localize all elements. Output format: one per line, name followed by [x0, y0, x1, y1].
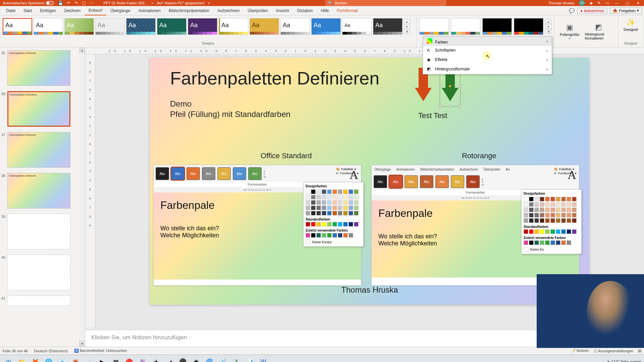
search-box[interactable]: 🔍 Suchen: [325, 0, 446, 6]
display-settings[interactable]: 🖵 Anzeigeeinstellungen: [594, 349, 633, 353]
app-icon-2[interactable]: ▦: [110, 356, 121, 362]
design-theme-4[interactable]: Aa: [95, 18, 125, 35]
variants-gallery-scroll[interactable]: ▴▾⊟: [545, 18, 551, 35]
vlc-icon[interactable]: ▶: [97, 356, 108, 362]
redo-icon[interactable]: ↷: [74, 1, 78, 5]
design-theme-12[interactable]: Aa: [342, 18, 372, 35]
aufzeichnen-button[interactable]: ●Aufzeichnen: [577, 8, 607, 14]
design-theme-5[interactable]: Aa: [126, 18, 156, 35]
designs-gallery-scroll[interactable]: ▴▾⊟: [404, 18, 410, 35]
avatar[interactable]: TH: [579, 0, 585, 6]
sub-screenshot-rotorange: Übergänge Animationen Bildschirmpräsenta…: [371, 165, 579, 286]
filename: PPT 01 Roter Faden 002...: [104, 1, 148, 5]
design-theme-2[interactable]: Aa: [34, 18, 63, 35]
variant-3[interactable]: [482, 18, 512, 35]
app-icon-7[interactable]: 📊: [244, 356, 256, 362]
powerpoint-icon[interactable]: ▣: [70, 356, 81, 362]
present-icon[interactable]: ▢: [82, 1, 86, 5]
thumb-scrollbar[interactable]: ▴ ▾: [79, 48, 85, 347]
obs-icon[interactable]: ⚫: [177, 356, 189, 362]
slide-thumb-37[interactable]: Farbenpaletten Definieren: [7, 132, 70, 168]
tab-animationen[interactable]: Animationen: [134, 6, 165, 15]
tab-dictation[interactable]: Dictation: [293, 6, 317, 15]
design-theme-11[interactable]: Aa: [311, 18, 341, 35]
slide-canvas[interactable]: Farbenpaletten Definieren Demo Pfeil (Fü…: [150, 58, 589, 305]
design-theme-7[interactable]: Aa: [188, 18, 217, 35]
designer-button[interactable]: ✨Designer: [621, 17, 641, 33]
app-icon-4[interactable]: ◢: [164, 356, 175, 362]
close-button[interactable]: ✕: [635, 1, 641, 5]
language[interactable]: Deutsch (Österreich): [34, 349, 68, 353]
maximize-button[interactable]: ▢: [625, 1, 631, 5]
tab-entwurf[interactable]: Entwurf: [85, 6, 106, 15]
pen-icon[interactable]: ✎: [597, 1, 601, 5]
app-icon-3[interactable]: 🔴: [123, 356, 135, 362]
accessibility[interactable]: ♿ Barrierefreiheit: Untersuchen: [74, 349, 127, 353]
weather[interactable]: ☀ 11°C Teilw. sonnig: [607, 360, 641, 362]
tab-uebergaenge[interactable]: Übergänge: [106, 6, 134, 15]
tab-bildschirm[interactable]: Bildschirmpräsentation: [165, 6, 213, 15]
tab-datei[interactable]: Datei: [2, 6, 19, 15]
slide-thumb-38[interactable]: Farbenpaletten Definieren: [7, 173, 70, 208]
diamond-icon[interactable]: ◈: [590, 1, 593, 5]
design-theme-8[interactable]: Aa: [219, 18, 248, 35]
tab-ansicht[interactable]: Ansicht: [272, 6, 293, 15]
variant-1[interactable]: [419, 18, 449, 35]
design-theme-3[interactable]: Aa: [64, 18, 94, 35]
word-icon[interactable]: W: [258, 356, 269, 362]
tab-aufzeichnen[interactable]: Aufzeichnen: [213, 6, 244, 15]
notes-toggle[interactable]: 📝 Notizen: [571, 349, 589, 353]
explorer-icon[interactable]: 📁: [16, 356, 28, 362]
design-theme-6[interactable]: Aa: [157, 18, 186, 35]
slide-text[interactable]: Demo Pfeil (Füllung) mit Standardfarben: [170, 99, 569, 119]
tab-einfuegen[interactable]: Einfügen: [36, 6, 60, 15]
design-theme-10[interactable]: Aa: [280, 18, 310, 35]
save-icon[interactable]: 💾: [58, 1, 63, 5]
comments-icon[interactable]: 💬: [569, 8, 575, 13]
slide-size-button[interactable]: ▣Foliengröße▾: [557, 17, 582, 46]
cursor-icon: ↖: [486, 54, 490, 59]
firefox-icon[interactable]: 🦊: [30, 356, 41, 362]
dropdown-hintergrund[interactable]: ◩Hintergrundformate›: [423, 65, 552, 74]
slide-thumb-36[interactable]: Farbenpaletten Definieren: [7, 91, 70, 127]
slide-thumb-35[interactable]: Farbenpaletten Definieren: [7, 50, 70, 86]
ribbon: Aa Aa Aa Aa Aa Aa Aa Aa Aa Aa Aa Aa Aa ▴…: [0, 15, 644, 48]
dropdown-farben[interactable]: Farben›: [423, 37, 552, 46]
webcam-overlay: [537, 274, 644, 348]
telegram-icon[interactable]: ✈: [150, 356, 162, 362]
tab-hilfe[interactable]: Hilfe: [317, 6, 333, 15]
start-menu[interactable]: ⊞: [3, 356, 14, 362]
tab-formformat[interactable]: Formformat: [333, 6, 362, 15]
test-text[interactable]: Test Test: [418, 111, 447, 120]
tab-ueberpruefen[interactable]: Überprüfen: [244, 6, 272, 15]
ruler-horizontal: 16 15 14 13 12 11 10 9 8 7 6 5 4 3 2 1 0…: [85, 48, 644, 54]
app-icon-5[interactable]: ◉: [191, 356, 202, 362]
slide-thumb-39[interactable]: [7, 214, 70, 249]
design-theme-1[interactable]: Aa: [3, 18, 32, 35]
view-normal-icon[interactable]: ▤: [638, 349, 641, 353]
onenote-icon[interactable]: N: [137, 356, 148, 362]
tab-start[interactable]: Start: [19, 6, 36, 15]
slide-thumb-41[interactable]: [7, 296, 70, 306]
app-icon-1[interactable]: ☁: [83, 356, 95, 362]
design-theme-13[interactable]: Aa: [373, 18, 402, 35]
outlook-icon[interactable]: 📧: [56, 356, 68, 362]
design-theme-9[interactable]: Aa: [250, 18, 279, 35]
window-icon[interactable]: ▭: [605, 1, 609, 5]
minimize-button[interactable]: —: [614, 1, 620, 5]
more-icon[interactable]: ⋯: [90, 1, 94, 5]
variant-2[interactable]: [451, 18, 480, 35]
tab-zeichnen[interactable]: Zeichnen: [60, 6, 85, 15]
slide-counter: Folie 36 von 46: [3, 349, 28, 353]
undo-icon[interactable]: ↶: [67, 1, 70, 5]
chrome-icon[interactable]: 🌐: [43, 356, 54, 362]
autosave-toggle[interactable]: Automatisches Speichern: [3, 1, 54, 5]
freigeben-button[interactable]: 📤Freigeben▾: [610, 7, 642, 14]
slide-thumb-40[interactable]: [7, 255, 70, 290]
excel-icon[interactable]: X: [231, 356, 242, 362]
app-icon-6[interactable]: 🌀: [204, 356, 215, 362]
variant-4[interactable]: [514, 18, 543, 35]
format-background-button[interactable]: ◩Hintergrund formatieren: [582, 17, 615, 46]
edge-icon[interactable]: 🌊: [217, 356, 229, 362]
rotorange-label: Rotorange: [462, 152, 496, 160]
